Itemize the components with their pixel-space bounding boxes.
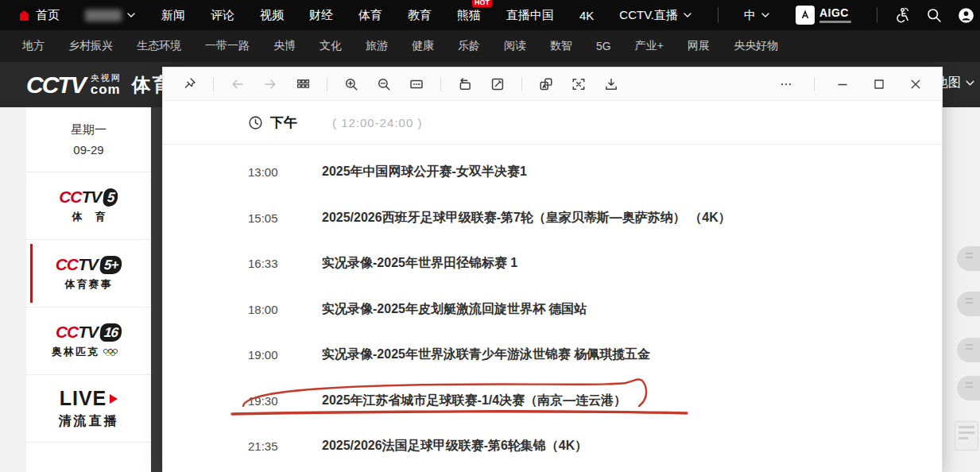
schedule-row: 16:33 实况录像-2025年世界田径锦标赛 1: [163, 241, 942, 287]
sidebar-item-cctv5[interactable]: CCTV5 体育: [26, 172, 151, 240]
nav-link-sports[interactable]: 体育: [358, 8, 382, 23]
nav-4k[interactable]: 4K: [579, 9, 594, 22]
subnav-link-local[interactable]: 地方: [22, 39, 45, 53]
aigc-icon: [796, 6, 815, 25]
chevron-down-icon: [761, 10, 770, 20]
nav-link-education[interactable]: 教育: [408, 8, 432, 23]
close-icon: [909, 78, 922, 91]
search-button[interactable]: [926, 7, 942, 23]
back-button[interactable]: [229, 75, 246, 93]
subnav-link-expo[interactable]: 网展: [688, 39, 710, 53]
watermark-icon: [955, 421, 978, 451]
subnav-link-goods[interactable]: 央央好物: [734, 39, 778, 53]
nav-cctv-live-dropdown[interactable]: CCTV.直播: [619, 8, 692, 23]
arrow-right-icon: [263, 77, 277, 91]
page-background-strip: [151, 107, 163, 472]
side-tab-pill[interactable]: [957, 338, 980, 362]
nav-panda-label: 熊猫: [457, 8, 481, 23]
zoom-in-button[interactable]: [343, 75, 360, 93]
accessibility-button[interactable]: [893, 7, 910, 24]
schedule-row-highlighted: 19:30 2025年江苏省城市足球联赛-1/4决赛（南京—连云港）: [163, 378, 942, 424]
more-button[interactable]: [777, 75, 795, 93]
search-icon: [926, 7, 942, 23]
divider: [718, 7, 719, 23]
subnav-link-ecology[interactable]: 生态环境: [137, 39, 181, 53]
thumbnails-button[interactable]: [294, 75, 312, 93]
download-icon: [604, 77, 618, 91]
ocr-scan-icon: [571, 77, 586, 91]
cctv16-logo: CCTV16: [56, 323, 122, 342]
home-icon: [17, 9, 31, 22]
divider: [521, 77, 522, 91]
zoom-out-button[interactable]: [375, 75, 393, 93]
sidebar-item-live[interactable]: LIVE 清流直播: [26, 375, 151, 443]
program-time: 18:00: [248, 303, 286, 316]
side-tab-pill[interactable]: [957, 376, 980, 400]
forward-button[interactable]: [261, 75, 279, 93]
ocr-button[interactable]: [570, 75, 587, 93]
nav-link-news[interactable]: 新闻: [161, 8, 185, 23]
subnav-link-5g[interactable]: 5G: [596, 40, 611, 52]
subnav-link-shuzhi[interactable]: 数智: [550, 39, 572, 53]
program-time: 13:00: [248, 165, 286, 179]
divider: [877, 7, 877, 23]
subnav-link-culture[interactable]: 文化: [320, 39, 342, 53]
aigc-subtext: [819, 21, 851, 23]
rotate-button[interactable]: [456, 75, 474, 93]
program-title: 2025/2026法国足球甲级联赛-第6轮集锦（4K）: [322, 438, 587, 455]
subnav-link-travel[interactable]: 旅游: [366, 39, 388, 53]
subnav-link-industry[interactable]: 产业+: [635, 39, 664, 53]
nav-link-finance[interactable]: 财经: [309, 8, 333, 23]
clock-icon: [248, 115, 263, 130]
nav-aigc[interactable]: AIGC: [796, 6, 851, 25]
pin-icon: [183, 77, 196, 91]
period-range: ( 12:00-24:00 ): [332, 116, 422, 130]
program-time: 19:00: [248, 348, 286, 362]
translate-button[interactable]: [537, 75, 555, 93]
image-viewer-window: 下午 ( 12:00-24:00 ) 13:00 2025年中国网球公开赛-女双…: [163, 68, 942, 472]
nav-lang-dropdown[interactable]: 中: [744, 8, 770, 23]
minimize-button[interactable]: [834, 75, 851, 93]
nav-link-video[interactable]: 视频: [260, 8, 284, 23]
close-button[interactable]: [907, 75, 924, 93]
program-title: 2025年中国网球公开赛-女双半决赛1: [322, 164, 527, 180]
date-block: 星期一 09-29: [26, 107, 151, 172]
channel-sidebar: 星期一 09-29 CCTV5 体育 CCTV5+ 体育赛事 CCTV16 奥林…: [26, 107, 151, 472]
nav-panda[interactable]: HOT 熊猫: [457, 8, 481, 23]
schedule-list: 13:00 2025年中国网球公开赛-女双半决赛1 15:05 2025/202…: [163, 145, 942, 470]
subnav-link-belt-road[interactable]: 一带一路: [205, 39, 250, 53]
sub-nav: 地方 乡村振兴 生态环境 一带一路 央博 文化 旅游 健康 乐龄 阅读 数智 5…: [0, 30, 980, 62]
subnav-link-leling[interactable]: 乐龄: [458, 39, 480, 53]
download-button[interactable]: [602, 75, 620, 93]
chevron-down-icon: [965, 78, 975, 88]
sidebar-item-cctv16[interactable]: CCTV16 奥林匹克: [26, 308, 151, 375]
fit-width-button[interactable]: [408, 75, 425, 93]
schedule-row: 19:00 实况录像-2025年世界泳联青少年游泳世锦赛 杨佩琪揽五金: [163, 332, 942, 378]
nav-link-comment[interactable]: 评论: [211, 8, 234, 23]
sidebar-item-cctv5plus[interactable]: CCTV5+ 体育赛事: [26, 240, 151, 308]
subnav-link-health[interactable]: 健康: [412, 39, 434, 53]
site-logo[interactable]: CCTV 央视网 com 体育: [26, 62, 173, 107]
nav-lang-label: 中: [744, 8, 756, 23]
nav-home[interactable]: 首页: [17, 8, 60, 23]
live-logo: LIVE: [60, 387, 118, 410]
subnav-link-reading[interactable]: 阅读: [504, 39, 526, 53]
edit-button[interactable]: [489, 75, 506, 93]
schedule-section-header: 下午 ( 12:00-24:00 ): [163, 101, 942, 145]
weekday-label: 星期一: [71, 119, 107, 140]
fit-width-icon: [409, 77, 424, 91]
side-tab-pill[interactable]: [957, 292, 980, 316]
program-title: 2025年江苏省城市足球联赛-1/4决赛（南京—连云港）: [322, 393, 626, 409]
maximize-button[interactable]: [870, 75, 888, 93]
side-tab-pill[interactable]: [957, 246, 980, 271]
nav-live-china[interactable]: 直播中国: [506, 8, 554, 23]
pin-button[interactable]: [180, 75, 198, 93]
top-nav: 首页 新闻 评论 视频 财经 体育 教育 HOT 熊猫 直播中国 4K CCTV…: [0, 0, 980, 30]
user-button[interactable]: [958, 7, 974, 24]
nav-blurred-dropdown[interactable]: [85, 10, 136, 21]
program-time: 21:35: [248, 439, 286, 453]
subnav-link-yangbo[interactable]: 央博: [273, 39, 296, 53]
edit-icon: [490, 77, 505, 91]
program-time: 16:33: [248, 257, 286, 270]
subnav-link-rural[interactable]: 乡村振兴: [68, 39, 113, 53]
